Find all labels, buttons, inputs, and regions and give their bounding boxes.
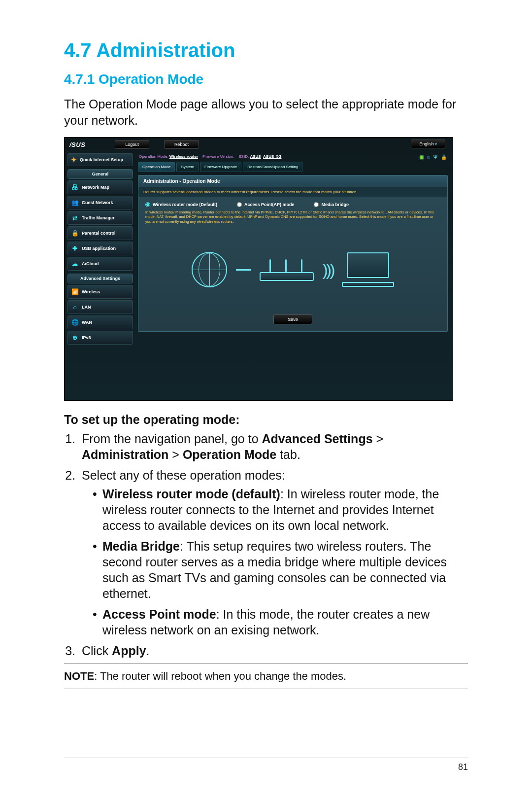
panel-subtitle: Router supports several operation modes …	[138, 187, 447, 197]
text: >	[373, 432, 384, 446]
wireless-icon: 📶	[71, 288, 79, 296]
nav-label: Traffic Manager	[82, 215, 115, 220]
nav-usb-application[interactable]: ✚USB application	[67, 242, 133, 255]
radio-wireless-router[interactable]: Wireless router mode (Default)	[145, 202, 217, 207]
bullet-access-point: Access Point mode: In this mode, the rou…	[93, 606, 468, 638]
nav-label: WAN	[82, 320, 92, 325]
nav-guest-network[interactable]: 👥Guest Network	[67, 196, 133, 209]
status-usb-icon: Ψ	[433, 154, 437, 160]
guest-network-icon: 👥	[71, 199, 79, 207]
save-button[interactable]: Save	[273, 314, 312, 324]
panel: Administration - Operation Mode Router s…	[138, 175, 448, 332]
operation-mode-radios: Wireless router mode (Default) Access Po…	[145, 202, 440, 207]
text: Click	[82, 644, 112, 658]
ssid-1: ASUS	[250, 154, 261, 159]
qis-label: Quick Internet Setup	[80, 157, 123, 162]
radio-label: Wireless router mode (Default)	[153, 202, 217, 207]
tab-operation-mode[interactable]: Operation Mode	[138, 162, 175, 172]
panel-title: Administration - Operation Mode	[138, 175, 447, 187]
lan-icon: ⌂	[71, 303, 79, 311]
nav-parental-control[interactable]: 🔒Parental control	[67, 226, 133, 240]
text-bold: Wireless router mode (default)	[102, 487, 280, 501]
nav-label: IPv6	[82, 335, 91, 340]
page-footer: 81	[0, 758, 532, 772]
reboot-button[interactable]: Reboot	[164, 140, 199, 149]
tab-bar: Operation Mode System Firmware Upgrade R…	[138, 162, 448, 172]
note-label: NOTE	[64, 670, 94, 682]
step-3: Click Apply.	[79, 643, 468, 659]
nav-label: Wireless	[82, 289, 100, 294]
nav-aicloud[interactable]: ☁AiCloud	[67, 257, 133, 271]
radio-input[interactable]	[145, 202, 150, 207]
text: .	[146, 644, 150, 658]
nav-label: Network Map	[82, 185, 109, 190]
text: From the navigation panel, go to	[82, 432, 262, 446]
cable-icon	[236, 269, 251, 271]
nav-lan[interactable]: ⌂LAN	[67, 300, 133, 314]
text-bold: Media Bridge	[102, 539, 180, 553]
ipv6-icon: ⊕	[71, 334, 79, 342]
wifi-waves-icon: )))	[323, 260, 333, 279]
router-screenshot: /SUS Logout Reboot English ✦ Quick Inter…	[64, 137, 453, 401]
opmode-value: Wireless router	[169, 154, 198, 159]
mode-description: In wireless router/IP sharing mode, Rout…	[145, 210, 440, 224]
status-link-icon: ⎋	[427, 154, 430, 160]
topology-diagram: )))	[145, 228, 440, 312]
nav-wan[interactable]: 🌐WAN	[67, 315, 133, 329]
radio-input[interactable]	[237, 202, 242, 207]
footer-rule	[64, 758, 468, 758]
nav-label: LAN	[82, 305, 91, 310]
bullet-media-bridge: Media Bridge: This setup requires two wi…	[93, 538, 468, 601]
radio-label: Media bridge	[321, 202, 349, 207]
wan-icon: 🌐	[71, 318, 79, 326]
magic-wand-icon: ✦	[71, 156, 77, 164]
instructions-title: To set up the operating mode:	[64, 413, 468, 427]
radio-access-point[interactable]: Access Point(AP) mode	[237, 202, 295, 207]
nav-ipv6[interactable]: ⊕IPv6	[67, 331, 133, 345]
text-bold: Administration	[82, 448, 168, 461]
text-bold: Access Point mode	[102, 607, 216, 621]
page-number: 81	[0, 762, 468, 772]
logout-button[interactable]: Logout	[115, 140, 149, 149]
ssid-2: ASUS_5G	[263, 154, 281, 159]
text: >	[168, 448, 183, 461]
nav-label: Parental control	[82, 231, 116, 236]
radio-label: Access Point(AP) mode	[244, 202, 295, 207]
sidebar-category-general: General	[67, 169, 133, 179]
nav-label: Guest Network	[82, 200, 113, 205]
info-bar: ▣ ⎋ Ψ 🔒 Operation Mode: Wireless router …	[138, 153, 448, 162]
note-text: : The router will reboot when you change…	[94, 670, 346, 682]
bullet-wireless-router: Wireless router mode (default): In wirel…	[93, 486, 468, 533]
text: Select any of these operation modes:	[82, 468, 285, 482]
sidebar-category-advanced: Advanced Settings	[67, 274, 133, 283]
tab-restore-save-upload[interactable]: Restore/Save/Upload Setting	[243, 162, 302, 172]
nav-wireless[interactable]: 📶Wireless	[67, 285, 133, 299]
aicloud-icon: ☁	[71, 260, 79, 268]
firmware-label: Firmware Version:	[202, 154, 234, 159]
globe-icon	[192, 252, 227, 287]
status-icons: ▣ ⎋ Ψ 🔒	[419, 154, 447, 160]
nav-network-map[interactable]: 品Network Map	[67, 180, 133, 194]
brand-logo: /SUS	[69, 141, 85, 148]
note-box: NOTE: The router will reboot when you ch…	[64, 663, 468, 689]
parental-control-icon: 🔒	[71, 229, 79, 237]
usb-application-icon: ✚	[71, 244, 79, 252]
text-bold: Operation Mode	[183, 448, 276, 461]
text: tab.	[276, 448, 300, 461]
intro-paragraph: The Operation Mode page allows you to se…	[64, 96, 468, 128]
status-lock-icon: 🔒	[441, 154, 447, 160]
tab-firmware-upgrade[interactable]: Firmware Upgrade	[200, 162, 241, 172]
radio-media-bridge[interactable]: Media bridge	[314, 202, 349, 207]
nav-label: AiCloud	[82, 261, 99, 266]
section-heading: 4.7 Administration	[64, 39, 468, 62]
network-map-icon: 品	[71, 183, 79, 191]
status-connected-icon: ▣	[419, 154, 424, 160]
language-dropdown[interactable]: English	[411, 139, 445, 148]
tab-system[interactable]: System	[176, 162, 199, 172]
quick-internet-setup[interactable]: ✦ Quick Internet Setup	[67, 153, 133, 166]
subsection-heading: 4.7.1 Operation Mode	[64, 71, 468, 87]
sidebar: ✦ Quick Internet Setup General 品Network …	[65, 151, 136, 400]
step-2: Select any of these operation modes: Wir…	[79, 467, 468, 638]
nav-traffic-manager[interactable]: ⇄Traffic Manager	[67, 211, 133, 225]
radio-input[interactable]	[314, 202, 319, 207]
